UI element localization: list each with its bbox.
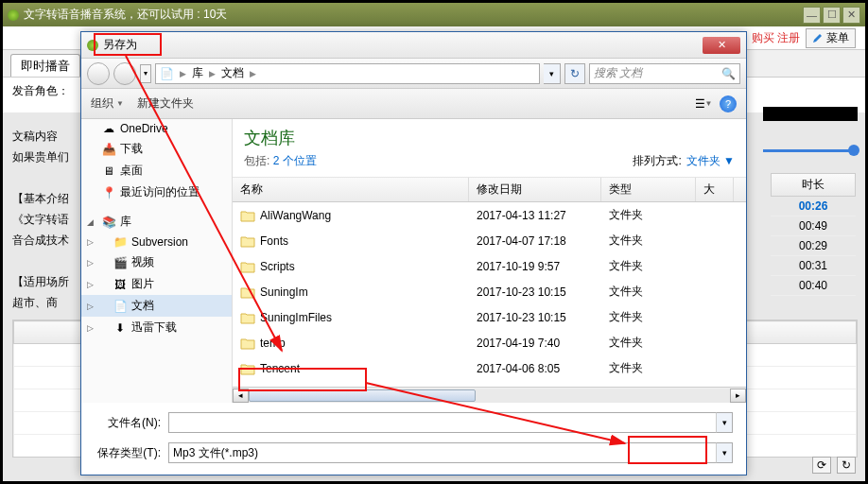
nav-icon: 📍	[102, 186, 115, 199]
main-titlebar: 文字转语音播音系统，还可以试用 : 10天 — ☐ ✕	[3, 3, 865, 26]
file-row[interactable]: Scripts2017-10-19 9:57文件夹	[233, 253, 746, 279]
app-icon	[8, 9, 19, 21]
refresh-button[interactable]: ↻	[564, 63, 585, 84]
minimize-button[interactable]: —	[803, 7, 821, 24]
sidebar-item[interactable]: ▷🎬视频	[81, 251, 232, 273]
nav-icon: 📥	[102, 143, 115, 156]
file-row[interactable]: AliWangWang2017-04-13 11:27文件夹	[233, 202, 746, 228]
collapse-icon[interactable]: ◢	[87, 217, 94, 227]
sidebar-item[interactable]: 📍最近访问的位置	[81, 182, 232, 203]
dialog-toolbar: 组织▼ 新建文件夹 ☰▼ ?	[81, 89, 746, 119]
save-as-dialog: 另存为 ✕ ▾ 📄 ▶ 库 ▶ 文档 ▶ ▾ ↻ 搜索 文档 🔍 组织▼ 新建文…	[80, 31, 747, 475]
reload-icon[interactable]: ↻	[837, 457, 856, 474]
breadcrumb-dropdown[interactable]: ▾	[544, 63, 561, 84]
back-button[interactable]	[87, 62, 110, 85]
menu-button[interactable]: 菜单	[806, 28, 856, 48]
column-headers[interactable]: 名称 修改日期 类型 大	[233, 178, 746, 202]
nav-icon: 🖥	[102, 164, 115, 178]
content-text: 文稿内容 如果贵单们 【基本介绍《文字转语音合成技术 【适用场所超市、商	[12, 126, 78, 313]
audio-indicator	[763, 107, 858, 121]
new-folder-button[interactable]: 新建文件夹	[137, 95, 194, 112]
folder-icon	[240, 260, 255, 273]
breadcrumb[interactable]: 📄 ▶ 库 ▶ 文档 ▶	[155, 63, 540, 84]
locations-link[interactable]: 2 个位置	[273, 154, 317, 167]
nav-icon: 📄	[113, 300, 127, 313]
expand-icon[interactable]: ▷	[87, 323, 94, 333]
dialog-nav: ▾ 📄 ▶ 库 ▶ 文档 ▶ ▾ ↻ 搜索 文档 🔍	[81, 59, 746, 89]
file-row[interactable]: SuningImFiles2017-10-23 10:15文件夹	[233, 304, 746, 330]
dialog-titlebar: 另存为 ✕	[81, 32, 746, 59]
file-row[interactable]: Fonts2017-04-07 17:18文件夹	[233, 228, 746, 253]
filetype-label: 保存类型(T):	[95, 445, 168, 461]
sidebar: ☁OneDrive📥下载🖥桌面📍最近访问的位置 ◢ 📚 库 ▷📁Subversi…	[81, 119, 233, 403]
help-button[interactable]: ?	[720, 95, 737, 112]
forward-button[interactable]	[113, 62, 136, 85]
sidebar-item[interactable]: ☁OneDrive	[81, 119, 232, 138]
dialog-close-button[interactable]: ✕	[703, 37, 740, 54]
filetype-dropdown[interactable]: ▾	[716, 442, 733, 463]
nav-icon: ⬇	[113, 321, 127, 335]
filetype-select[interactable]: Mp3 文件(*.mp3)	[168, 442, 717, 463]
refresh-icon[interactable]: ⟳	[812, 457, 831, 474]
file-row[interactable]: SuningIm2017-10-23 10:15文件夹	[233, 279, 746, 304]
slider[interactable]	[763, 145, 858, 156]
app-title: 文字转语音播音系统，还可以试用 : 10天	[24, 7, 227, 23]
expand-icon[interactable]: ▷	[87, 258, 94, 268]
filename-label: 文件名(N):	[95, 415, 168, 431]
nav-icon: 📁	[113, 235, 127, 249]
file-list-panel: 文档库 包括: 2 个位置 排列方式: 文件夹 ▼ 名称 修改日期 类型 大 A…	[233, 119, 746, 403]
search-input[interactable]: 搜索 文档 🔍	[589, 63, 740, 84]
sort-by-dropdown[interactable]: 文件夹 ▼	[686, 153, 735, 169]
expand-icon[interactable]: ▷	[87, 302, 94, 311]
folder-icon	[240, 337, 255, 350]
folder-icon	[240, 362, 255, 375]
folder-icon	[240, 209, 255, 222]
library-icon: 📚	[102, 216, 115, 229]
sidebar-item[interactable]: ▷📄文档	[81, 295, 232, 317]
history-dropdown[interactable]: ▾	[140, 64, 151, 83]
expand-icon[interactable]: ▷	[87, 237, 94, 247]
buy-register-link[interactable]: 购买 注册	[752, 30, 800, 46]
chevron-right-icon: ▶	[180, 69, 186, 78]
scroll-right-button[interactable]: ▸	[730, 389, 746, 403]
folder-icon: 📄	[160, 67, 174, 80]
sidebar-item[interactable]: ▷🖼图片	[81, 273, 232, 295]
sidebar-item[interactable]: 📥下载	[81, 138, 232, 160]
scroll-thumb[interactable]	[249, 389, 476, 402]
slider-thumb[interactable]	[848, 145, 859, 156]
filename-dropdown[interactable]: ▾	[716, 412, 733, 433]
dialog-title: 另存为	[103, 37, 137, 53]
nav-icon: 🖼	[113, 278, 127, 291]
folder-icon	[240, 234, 255, 248]
expand-icon[interactable]: ▷	[87, 280, 94, 289]
filename-input[interactable]	[168, 412, 717, 433]
nav-icon: ☁	[102, 122, 115, 135]
view-button[interactable]: ☰▼	[693, 95, 714, 113]
file-row[interactable]: temp2017-04-19 7:40文件夹	[233, 330, 746, 355]
library-title: 文档库	[244, 127, 317, 149]
folder-icon	[240, 311, 255, 324]
close-button[interactable]: ✕	[842, 7, 860, 24]
search-icon: 🔍	[721, 67, 736, 80]
nav-icon: 🎬	[113, 256, 127, 269]
sidebar-item[interactable]: 🖥桌面	[81, 160, 232, 182]
maximize-button[interactable]: ☐	[823, 7, 841, 24]
horizontal-scrollbar[interactable]: ◂ ▸	[233, 387, 746, 403]
chevron-right-icon: ▶	[250, 69, 256, 78]
sidebar-libraries[interactable]: ◢ 📚 库	[81, 211, 232, 233]
pencil-icon	[812, 32, 824, 43]
duration-column: 时长 00:2600:4900:2900:3100:40	[771, 173, 856, 296]
file-row[interactable]: Tencent2017-04-06 8:05文件夹	[233, 355, 746, 381]
scroll-left-button[interactable]: ◂	[233, 389, 249, 403]
organize-button[interactable]: 组织▼	[91, 95, 124, 112]
sidebar-item[interactable]: ▷⬇迅雷下载	[81, 317, 232, 338]
dialog-icon	[87, 40, 98, 51]
chevron-down-icon: ▼	[116, 99, 124, 108]
sidebar-item[interactable]: ▷📁Subversion	[81, 233, 232, 251]
tab-instant-broadcast[interactable]: 即时播音	[10, 54, 80, 77]
folder-icon	[240, 285, 255, 299]
chevron-right-icon: ▶	[209, 69, 216, 78]
